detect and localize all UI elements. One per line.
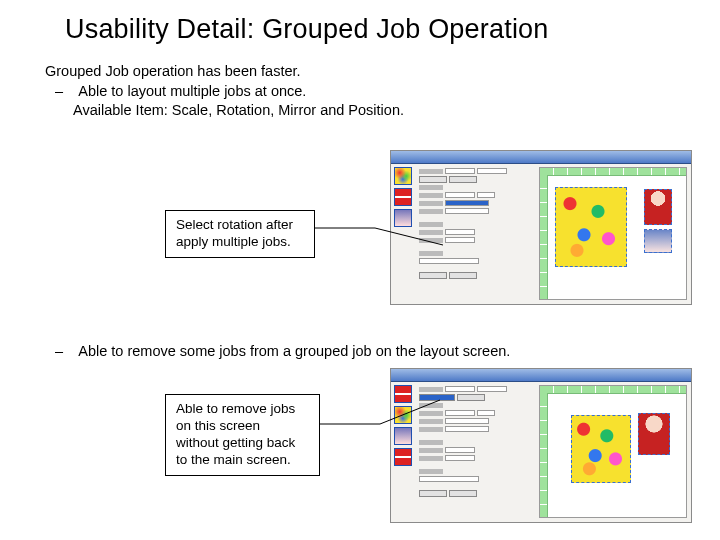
layout-preview	[539, 385, 687, 518]
callout-connector	[320, 394, 442, 434]
ruler-horizontal	[540, 386, 686, 394]
mid-bullet: Able to remove some jobs from a grouped …	[73, 343, 510, 359]
window-titlebar	[391, 151, 691, 164]
callout-remove-jobs: Able to remove jobs on this screen witho…	[165, 394, 320, 476]
intro-line: Grouped Job operation has been faster.	[45, 62, 404, 82]
mid-bullet-text: Able to remove some jobs from a grouped …	[78, 343, 510, 359]
callout-text: Select rotation after	[176, 217, 304, 234]
job-image-santa	[644, 189, 672, 225]
rotation-dropdown[interactable]	[445, 200, 489, 206]
job-thumbnail	[394, 167, 412, 185]
callout-text: apply multiple jobs.	[176, 234, 304, 251]
callout-text: Able to remove jobs	[176, 401, 309, 418]
slide-title: Usability Detail: Grouped Job Operation	[65, 14, 549, 45]
preview-sheet	[549, 395, 684, 515]
callout-text: without getting back	[176, 435, 309, 452]
intro-block: Grouped Job operation has been faster. A…	[45, 62, 404, 121]
job-image-santa	[638, 413, 670, 455]
ruler-horizontal	[540, 168, 686, 176]
job-image-photo	[644, 229, 672, 253]
intro-line2: Available Item: Scale, Rotation, Mirror …	[73, 101, 404, 121]
intro-bullet-text: Able to layout multiple jobs at once.	[78, 83, 306, 99]
job-image-balloons	[571, 415, 631, 483]
window-titlebar	[391, 369, 691, 382]
mid-block: Able to remove some jobs from a grouped …	[45, 343, 510, 359]
ruler-vertical	[540, 175, 548, 299]
job-thumbnail	[394, 448, 412, 466]
callout-text: to the main screen.	[176, 452, 309, 469]
ruler-vertical	[540, 393, 548, 517]
intro-bullet: Able to layout multiple jobs at once.	[73, 82, 404, 102]
preview-sheet	[549, 177, 684, 297]
job-thumbnail	[394, 188, 412, 206]
callout-rotation: Select rotation after apply multiple job…	[165, 210, 315, 258]
screenshot-layout-editor-2	[390, 368, 692, 523]
callout-text: on this screen	[176, 418, 309, 435]
job-image-balloons	[555, 187, 627, 267]
callout-connector	[315, 215, 445, 255]
layout-preview	[539, 167, 687, 300]
